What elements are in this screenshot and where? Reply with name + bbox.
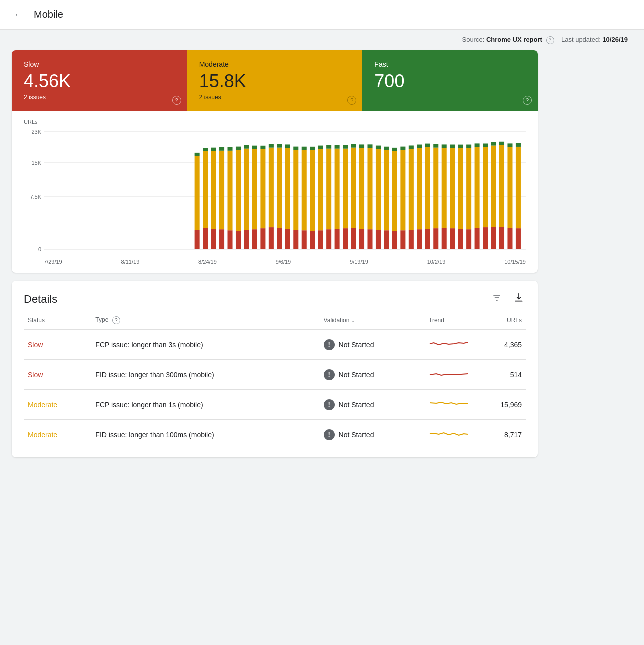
svg-rect-22 <box>228 148 233 151</box>
svg-rect-116 <box>492 227 496 250</box>
svg-rect-25 <box>236 147 241 150</box>
col-validation[interactable]: Validation ↓ <box>320 312 425 330</box>
svg-rect-52 <box>310 147 315 150</box>
status-badge: Slow <box>28 341 43 349</box>
svg-rect-127 <box>516 144 521 147</box>
svg-rect-100 <box>442 145 447 148</box>
svg-rect-76 <box>376 146 381 150</box>
x-label-0: 7/29/19 <box>44 259 62 265</box>
slow-help-icon[interactable]: ? <box>172 96 182 105</box>
svg-rect-56 <box>326 230 332 250</box>
summary-chart-card: Slow 4.56K 2 issues ? Moderate 15.8K 2 i… <box>12 50 538 274</box>
type-help-icon[interactable]: ? <box>112 316 120 324</box>
svg-rect-91 <box>417 145 422 148</box>
header: ← Mobile <box>0 0 644 30</box>
svg-text:23K: 23K <box>32 129 42 135</box>
svg-rect-20 <box>228 230 233 250</box>
svg-rect-81 <box>392 152 398 231</box>
svg-rect-47 <box>302 230 307 250</box>
moderate-help-icon[interactable]: ? <box>348 96 356 105</box>
source-help-icon[interactable]: ? <box>546 36 554 44</box>
svg-rect-12 <box>203 152 208 228</box>
download-button[interactable] <box>512 291 526 308</box>
back-button[interactable]: ← <box>12 7 26 22</box>
svg-rect-122 <box>508 228 512 250</box>
svg-rect-77 <box>384 230 389 250</box>
svg-rect-19 <box>220 148 224 151</box>
source-prefix: Source: <box>462 36 484 44</box>
svg-rect-105 <box>458 148 464 229</box>
filter-icon <box>492 294 502 305</box>
svg-rect-31 <box>252 146 258 150</box>
trend-cell <box>425 390 473 420</box>
svg-rect-74 <box>376 230 381 250</box>
validation-status-icon: ! <box>324 430 335 440</box>
svg-rect-89 <box>417 230 422 250</box>
chart-svg: 23K 15K 7.5K 0 <box>24 127 526 257</box>
x-label-4: 9/19/19 <box>350 259 368 265</box>
validation-status-text: Not Started <box>339 371 374 379</box>
status-badge: Slow <box>28 371 43 379</box>
svg-rect-113 <box>483 228 488 250</box>
svg-rect-13 <box>203 148 208 152</box>
details-table-wrapper: Status Type ? Validation ↓ <box>12 312 538 458</box>
svg-rect-66 <box>352 148 356 228</box>
svg-rect-63 <box>343 149 348 228</box>
trend-svg <box>429 367 469 381</box>
svg-rect-44 <box>294 230 298 250</box>
svg-rect-95 <box>434 228 438 250</box>
svg-rect-109 <box>466 145 472 148</box>
svg-rect-40 <box>277 144 282 148</box>
svg-rect-123 <box>508 148 512 228</box>
validation-sort[interactable]: Validation ↓ <box>324 317 421 324</box>
moderate-value: 15.8K <box>200 72 351 92</box>
table-header-row: Status Type ? Validation ↓ <box>24 312 526 330</box>
details-table: Status Type ? Validation ↓ <box>24 312 526 450</box>
fast-label: Fast <box>374 60 526 68</box>
svg-rect-35 <box>269 228 274 250</box>
svg-rect-107 <box>466 230 472 250</box>
col-status: Status <box>24 312 92 330</box>
svg-rect-110 <box>475 228 480 250</box>
svg-rect-79 <box>384 147 389 150</box>
fast-help-icon[interactable]: ? <box>523 96 532 105</box>
svg-rect-118 <box>492 142 496 146</box>
svg-rect-64 <box>343 146 348 149</box>
svg-text:0: 0 <box>38 246 42 252</box>
urls-cell: 4,365 <box>473 330 526 360</box>
x-label-3: 9/6/19 <box>276 259 292 265</box>
svg-rect-23 <box>236 231 241 250</box>
svg-rect-99 <box>442 148 447 228</box>
svg-rect-14 <box>212 229 216 250</box>
trend-svg <box>429 427 469 441</box>
svg-rect-83 <box>400 230 406 250</box>
svg-rect-70 <box>360 145 364 148</box>
svg-rect-41 <box>286 229 290 250</box>
details-card: Details <box>12 281 538 458</box>
fast-value: 700 <box>374 72 526 92</box>
chart-container: 23K 15K 7.5K 0 <box>24 127 526 257</box>
svg-rect-11 <box>203 228 208 250</box>
svg-rect-90 <box>417 148 422 230</box>
filter-button[interactable] <box>490 291 504 308</box>
sort-down-icon: ↓ <box>352 317 354 324</box>
svg-rect-120 <box>500 146 504 227</box>
svg-rect-93 <box>426 148 430 229</box>
svg-rect-112 <box>475 144 480 148</box>
svg-rect-69 <box>360 148 364 229</box>
svg-rect-37 <box>269 144 274 148</box>
svg-rect-55 <box>318 146 324 150</box>
svg-rect-97 <box>434 144 438 148</box>
validation-cell: !Not Started <box>320 390 425 420</box>
svg-text:15K: 15K <box>32 160 42 166</box>
svg-rect-57 <box>326 149 332 230</box>
svg-rect-121 <box>500 142 504 146</box>
validation-status-icon: ! <box>324 400 335 410</box>
svg-rect-30 <box>252 150 258 230</box>
svg-rect-26 <box>244 230 249 250</box>
svg-rect-46 <box>294 147 298 150</box>
svg-rect-84 <box>400 150 406 230</box>
svg-rect-45 <box>294 150 298 230</box>
svg-rect-101 <box>450 228 455 250</box>
summary-row: Slow 4.56K 2 issues ? Moderate 15.8K 2 i… <box>12 50 538 112</box>
